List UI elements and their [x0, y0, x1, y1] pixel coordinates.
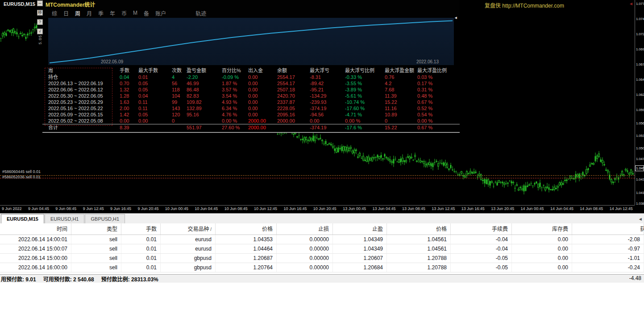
trades-header-cell[interactable]: 手续费	[451, 223, 512, 235]
promo-text: 复盘侠 http://MTCommander.com	[485, 1, 564, 9]
minimize-button[interactable]: ─	[37, 0, 43, 6]
stats-cell: 82.83	[187, 93, 222, 99]
menu-item-3[interactable]: 周	[72, 9, 83, 17]
trade-cell: -0.97	[572, 244, 644, 253]
menu-item-4[interactable]: 月	[83, 9, 95, 17]
trade-cell: 0.00	[512, 235, 572, 244]
trade-cell: -2.08	[572, 235, 644, 244]
stats-header-cell: 盈亏金额	[187, 67, 222, 74]
trade-row[interactable]: 2022.06.14 14:00:01sell0.01eurusd1.04353…	[0, 235, 644, 244]
trade-cell: 1.20764	[216, 263, 277, 272]
stats-row-label: 持仓	[48, 74, 120, 80]
price-tick: 1.069	[636, 47, 644, 51]
menu-item-9[interactable]: 备	[141, 9, 152, 17]
trades-header-cell[interactable]: 类型	[71, 223, 121, 235]
tab-eurusd-m15[interactable]: EURUSD,M15	[1, 214, 44, 223]
stats-cell: 11.39	[385, 93, 417, 99]
price-tick: 1.067	[636, 62, 644, 66]
stats-cell: 0.00	[248, 93, 277, 99]
menu-item-8[interactable]: M	[130, 10, 141, 16]
vertical-price-label: 5.05	[38, 35, 42, 45]
time-axis-label: 13 Jun 04:45	[373, 206, 396, 213]
stats-header-cell: 最大浮盈金额	[385, 67, 417, 74]
time-axis-label: 14 Jun 04:45	[550, 206, 573, 213]
stats-row-label: 2022.05.30 ~ 2022.06.05	[48, 93, 120, 99]
time-axis[interactable]: 9 Jun 20229 Jun 04:459 Jun 08:459 Jun 12…	[0, 205, 635, 213]
stats-cell: 95.16	[187, 111, 222, 118]
trade-cell: 0.01	[121, 263, 161, 272]
stats-cell: 0.00	[248, 105, 277, 111]
trade-cell: 2022.06.14 15:00:00	[0, 254, 71, 263]
trades-table: 时间类型手数交易品种 /价格止损止盈价格手续费库存费获利2022.06.14 1…	[0, 223, 644, 272]
menu-item-2[interactable]: 日	[60, 9, 72, 17]
panel-title: MTCommander统计	[46, 0, 95, 8]
trade-cell: 2022.06.14 15:00:07	[0, 244, 71, 253]
stats-cell: 2554.17	[277, 74, 310, 80]
stats-row: 2022.06.13 ~ 2022.06.190.700.055646.991.…	[42, 80, 460, 86]
stats-cell: 0.04	[138, 93, 172, 99]
trades-header-cell[interactable]: 价格	[216, 223, 277, 235]
trade-cell: 1.20788	[387, 263, 451, 272]
stats-cell: 1.63	[120, 99, 138, 105]
chart-tabs: EURUSD,M15EURUSD,H1GBPUSD,H1	[1, 214, 125, 223]
order-line[interactable]	[0, 175, 635, 176]
trade-row[interactable]: 2022.06.14 15:00:00sell0.01gbpusd1.20687…	[0, 254, 644, 263]
trades-header-cell[interactable]: 获利	[572, 223, 644, 235]
stats-cell: 15.22	[385, 99, 417, 105]
stats-row-label: 2022.05.02 ~ 2022.05.08	[48, 118, 120, 124]
trade-cell: eurusd	[161, 235, 216, 244]
trades-header-cell[interactable]: 止盈	[333, 223, 387, 235]
stats-cell: 0.00	[120, 118, 138, 124]
trade-cell: 1.20607	[333, 254, 387, 263]
menu-item-10[interactable]: 账户	[152, 9, 169, 17]
stats-cell: 0.17 %	[417, 80, 460, 86]
trade-row[interactable]: 2022.06.14 15:00:07sell0.01eurusd1.04464…	[0, 244, 644, 254]
help-button[interactable]: ?	[37, 19, 43, 25]
time-axis-label: 10 Jun 20:45	[313, 206, 337, 213]
tab-eurusd-h1[interactable]: EURUSD,H1	[45, 214, 85, 223]
stats-cell: 10.89	[385, 111, 417, 118]
stats-cell: -0.33 %	[345, 74, 385, 80]
trades-header-cell[interactable]: 时间	[0, 223, 71, 235]
stats-cell: 0.01	[138, 74, 172, 80]
tab-scroll-left-icon[interactable]: ◀	[639, 217, 642, 221]
confirm-button[interactable]: √	[37, 29, 43, 34]
menu-item-1[interactable]: 综	[49, 9, 60, 17]
move-button[interactable]: 移	[37, 10, 43, 16]
stats-cell: 0.00	[248, 80, 277, 86]
trades-header-cell[interactable]: 价格	[387, 223, 451, 235]
panel-title-bar[interactable]: MTCommander统计	[42, 0, 460, 8]
time-axis-label: 13 Jun 12:45	[432, 206, 455, 213]
stats-cell: -89.42	[310, 80, 345, 86]
stats-cell: 0.05	[138, 80, 172, 86]
price-axis[interactable]: 1.045 1.0771.0741.0721.0691.0671.0641.06…	[635, 0, 644, 205]
order-line[interactable]	[0, 178, 635, 178]
stats-cell: 2554.17	[277, 80, 310, 86]
menu-item-6[interactable]: 年	[107, 9, 118, 17]
trades-grid: 时间类型手数交易品种 /价格止损止盈价格手续费库存费获利2022.06.14 1…	[0, 223, 644, 272]
trades-header-cell[interactable]: 手数	[121, 223, 161, 235]
trades-header-cell[interactable]: 交易品种 /	[161, 223, 216, 235]
order-label: #586060445 sell 0.01	[2, 169, 41, 174]
stats-cell: 2000.00	[248, 118, 277, 124]
trades-header-cell[interactable]: 止损	[277, 223, 333, 235]
menu-item-7[interactable]: 币	[118, 9, 130, 17]
stats-cell: 0.48 %	[417, 93, 460, 99]
chart-symbol-label: EURUSD,M15	[4, 1, 35, 7]
price-tick: 1.059	[636, 108, 644, 112]
stats-cell: -3.89 %	[345, 86, 385, 93]
stats-cell: 104	[172, 93, 187, 99]
panel-collapse-icon[interactable]: ◀	[455, 16, 457, 20]
stats-cell: -374.19	[310, 105, 345, 111]
stats-cell: 2228.05	[277, 105, 310, 111]
tab-gbpusd-h1[interactable]: GBPUSD,H1	[85, 214, 125, 223]
price-tick: 1.053	[636, 134, 644, 138]
stats-cell: 1.87 %	[222, 80, 248, 86]
menu-item-5[interactable]: 季	[95, 9, 107, 17]
menu-item-extra[interactable]: 轨迹	[192, 9, 209, 17]
stats-row: 2022.05.09 ~ 2022.05.151.420.0512095.164…	[42, 111, 460, 118]
trade-row[interactable]: 2022.06.14 16:00:00sell0.01gbpusd1.20764…	[0, 263, 644, 272]
stats-cell: 0.31 %	[417, 86, 460, 93]
stats-cell: 4	[172, 74, 187, 80]
trades-header-cell[interactable]: 库存费	[512, 223, 572, 235]
